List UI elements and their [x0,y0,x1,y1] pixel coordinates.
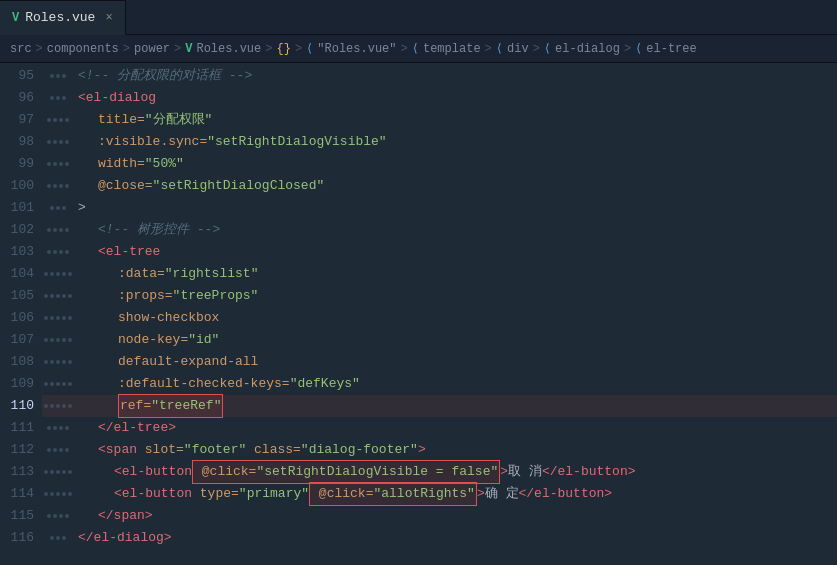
ln-102: 102 [8,219,34,241]
attr-visible: :visible.sync= [98,131,207,153]
bc-obj: {} [276,42,290,56]
dots-95 [42,65,74,87]
dots-114 [42,483,74,505]
tab-bar: V Roles.vue × [0,0,837,35]
dots-101 [42,197,74,219]
ln-98: 98 [8,131,34,153]
tag-el-button-confirm: <el-button [114,483,192,505]
bc-src: src [10,42,32,56]
tab-label: Roles.vue [25,10,95,25]
ln-107: 107 [8,329,34,351]
attr-default-expand: default-expand-all [118,351,258,373]
ln-114: 114 [8,483,34,505]
ln-96: 96 [8,87,34,109]
code-line-112: <span slot="footer" class="dialog-footer… [74,439,837,461]
dots-98 [42,131,74,153]
code-line-103: <el-tree [74,241,837,263]
ln-111: 111 [8,417,34,439]
attr-default-checked: :default-checked-keys= [118,373,290,395]
code-line-102: <!-- 树形控件 --> [74,219,837,241]
bc-angle3: ⟨ [496,41,503,56]
val-visible: "setRightDialogVisible" [207,131,386,153]
code-line-104: :data="rightslist" [74,263,837,285]
code-area: 95 96 97 98 99 100 101 102 103 104 105 1… [0,63,837,565]
attr-class: class= [246,439,301,461]
val-props: "treeProps" [173,285,259,307]
code-line-109: :default-checked-keys="defKeys" [74,373,837,395]
comment-102: <!-- 树形控件 --> [98,219,220,241]
dots-115 [42,505,74,527]
tag-el-tree-close: </el-tree> [98,417,176,439]
dots-113 [42,461,74,483]
ln-104: 104 [8,263,34,285]
ln-97: 97 [8,109,34,131]
dots-99 [42,153,74,175]
dots-102 [42,219,74,241]
bc-roles-str: "Roles.vue" [317,42,396,56]
bc-angle2: ⟨ [412,41,419,56]
code-line-96: <el-dialog [74,87,837,109]
attr-node-key: node-key= [118,329,188,351]
ln-113: 113 [8,461,34,483]
val-title: "分配权限" [145,109,213,131]
dots-97 [42,109,74,131]
breadcrumb: src > components > power > V Roles.vue >… [0,35,837,63]
ln-112: 112 [8,439,34,461]
val-default-checked: "defKeys" [290,373,360,395]
ln-101: 101 [8,197,34,219]
dots-103 [42,241,74,263]
attr-data: :data= [118,263,165,285]
ln-115: 115 [8,505,34,527]
code-line-100: @close="setRightDialogClosed" [74,175,837,197]
val-node-key: "id" [188,329,219,351]
bc-angle4: ⟨ [544,41,551,56]
bc-template: template [423,42,481,56]
ln-103: 103 [8,241,34,263]
code-line-95: <!-- 分配权限的对话框 --> [74,65,837,87]
tag-el-dialog-close: </el-dialog> [78,527,172,549]
code-line-111: </el-tree> [74,417,837,439]
code-line-105: :props="treeProps" [74,285,837,307]
attr-close: @close= [98,175,153,197]
dots-106 [42,307,74,329]
bc-v-icon: V [185,42,192,56]
dots-105 [42,285,74,307]
highlight-cancel-click: @click="setRightDialogVisible = false" [192,460,500,484]
ln-100: 100 [8,175,34,197]
bc-power: power [134,42,170,56]
bracket-101: > [78,197,86,219]
attr-props: :props= [118,285,173,307]
code-line-106: show-checkbox [74,307,837,329]
bc-el-dialog: el-dialog [555,42,620,56]
highlight-allot-click: @click="allotRights" [309,482,477,506]
dots-104 [42,263,74,285]
vue-icon: V [12,11,19,25]
attr-show-checkbox: show-checkbox [118,307,219,329]
attr-slot: slot= [137,439,184,461]
code-line-97: title="分配权限" [74,109,837,131]
bc-el-tree: el-tree [646,42,696,56]
attr-width: width= [98,153,145,175]
attr-title: title= [98,109,145,131]
code-line-113: <el-button @click="setRightDialogVisible… [74,461,837,483]
bc-div: div [507,42,529,56]
highlight-ref: ref="treeRef" [118,394,223,418]
dots-108 [42,351,74,373]
indent-guides [42,63,74,565]
bc-components: components [47,42,119,56]
dots-96 [42,87,74,109]
dots-100 [42,175,74,197]
tab-close-button[interactable]: × [105,11,112,25]
dots-109 [42,373,74,395]
ln-105: 105 [8,285,34,307]
tag-span-close: </span> [98,505,153,527]
line-numbers: 95 96 97 98 99 100 101 102 103 104 105 1… [0,63,42,565]
ln-99: 99 [8,153,34,175]
code-line-116: </el-dialog> [74,527,837,549]
tab-roles-vue[interactable]: V Roles.vue × [0,0,126,35]
code-line-99: width="50%" [74,153,837,175]
ln-108: 108 [8,351,34,373]
code-line-108: default-expand-all [74,351,837,373]
code-line-115: </span> [74,505,837,527]
dots-110 [42,395,74,417]
